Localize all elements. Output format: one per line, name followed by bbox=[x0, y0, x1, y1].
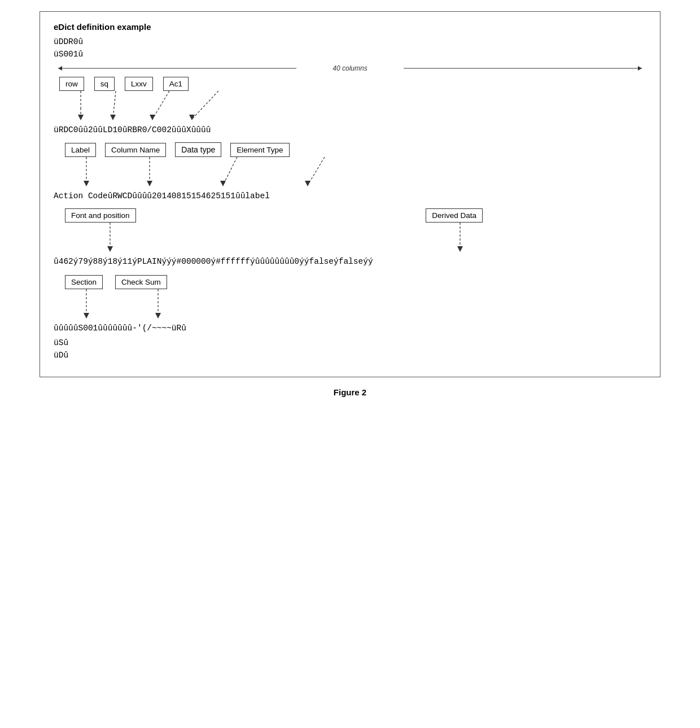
du-line: üDû bbox=[54, 351, 646, 360]
box-data-type: Data type bbox=[175, 142, 221, 157]
svg-line-12 bbox=[192, 91, 218, 119]
box-lxxv: Lxxv bbox=[125, 77, 153, 91]
svg-marker-3 bbox=[638, 66, 642, 71]
svg-marker-7 bbox=[78, 115, 84, 120]
ddr0-line: üDDR0û bbox=[54, 37, 646, 46]
columns-arrow-svg: 40 columns bbox=[54, 62, 646, 75]
box-label: Label bbox=[65, 143, 96, 157]
box-row: row bbox=[59, 77, 84, 91]
font-line: û462ý79ý88ý18ý11ýPLAINýýý#000000ý#ffffff… bbox=[54, 257, 646, 266]
section-line: ûûûûûS001ûûûûûûû-'(/~~~~üRû bbox=[54, 324, 646, 333]
svg-marker-19 bbox=[220, 181, 226, 186]
figure-caption: Figure 2 bbox=[40, 387, 660, 397]
arrows-row3-svg bbox=[65, 223, 573, 254]
arrows-row1-svg bbox=[59, 91, 398, 122]
box-derived-data: Derived Data bbox=[426, 208, 483, 223]
svg-marker-15 bbox=[84, 181, 89, 186]
svg-marker-27 bbox=[84, 313, 89, 319]
s001-line: üS001û bbox=[54, 50, 646, 59]
box-check-sum: Check Sum bbox=[115, 275, 167, 289]
box-sq: sq bbox=[94, 77, 115, 91]
record-line: üRDC0ûû2ûûLD10ûRBR0/C002ûûûXûûûû bbox=[54, 125, 646, 134]
diagram-title: eDict definition example bbox=[54, 22, 646, 32]
action-line: Action CodeûRWCDûûûû20140815154625151ûûl… bbox=[54, 191, 646, 200]
arrows-row2-svg bbox=[65, 157, 505, 188]
box-column-name: Column Name bbox=[105, 143, 166, 157]
svg-marker-17 bbox=[147, 181, 152, 186]
box-section: Section bbox=[65, 275, 103, 289]
svg-marker-23 bbox=[107, 246, 113, 252]
arrows-row4-svg bbox=[65, 289, 302, 320]
svg-marker-25 bbox=[457, 246, 463, 252]
svg-marker-21 bbox=[305, 181, 310, 186]
su-line: üSû bbox=[54, 338, 646, 347]
svg-marker-29 bbox=[155, 313, 161, 319]
box-element-type: Element Type bbox=[230, 143, 289, 157]
box-ac1: Ac1 bbox=[163, 77, 189, 91]
svg-marker-1 bbox=[58, 66, 62, 71]
svg-marker-11 bbox=[150, 115, 155, 120]
main-diagram: eDict definition example üDDR0û üS001û 4… bbox=[40, 11, 660, 377]
svg-text:40 columns: 40 columns bbox=[333, 64, 367, 72]
box-font-position: Font and position bbox=[65, 208, 136, 223]
svg-marker-9 bbox=[110, 115, 116, 120]
